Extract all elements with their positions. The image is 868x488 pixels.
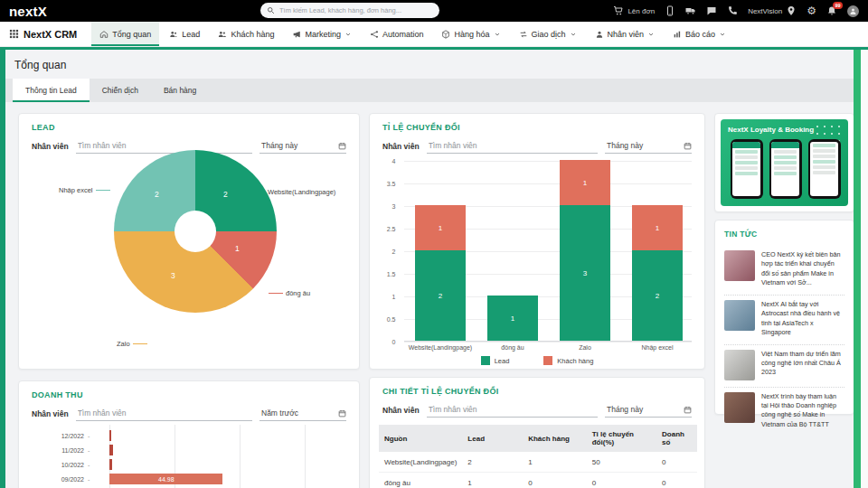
staff-filter-label: Nhân viên [382, 406, 420, 418]
news-thumbnail [724, 250, 755, 281]
nav-item-marketing[interactable]: Marketing [284, 22, 360, 46]
delivery-button[interactable] [685, 5, 696, 16]
col-header[interactable]: Khách hàng [523, 425, 587, 452]
person-icon [849, 7, 857, 15]
nav-item-lead[interactable]: Lead [161, 22, 208, 46]
create-order-button[interactable]: Lên đơn [613, 5, 655, 16]
promo-banner-title: NextX Loyalty & Booking [728, 126, 814, 134]
conversion-detail-card: CHI TIẾT TỈ LỆ CHUYỂN ĐỔI Nhân viên Thán… [369, 377, 705, 488]
news-item-title: NextX AI bắt tay với Astrocast nhà điều … [761, 300, 844, 338]
col-header[interactable]: Doanh số [656, 425, 697, 452]
lead-donut-chart: 2 1 3 2 Nhập excel Website(Landingpage) … [19, 157, 359, 365]
megaphone-icon [292, 30, 301, 39]
bar-website[interactable]: 1 2 [415, 205, 466, 341]
conversion-card: TỈ LỆ CHUYỂN ĐỔI Nhân viên Tháng này 4 3… [369, 113, 705, 370]
phone-mockup [769, 139, 802, 199]
nav-item-tong-quan[interactable]: Tổng quan [91, 22, 159, 46]
nav-item-hang-hoa[interactable]: Hàng hóa [433, 22, 508, 46]
right-scroll-bar[interactable] [854, 50, 861, 488]
chat-button[interactable] [706, 5, 717, 16]
table-row[interactable]: Website(Landingpage)21500 [379, 452, 697, 473]
nav-label: Marketing [305, 30, 341, 39]
slice-value-dong-au: 1 [235, 244, 240, 253]
news-item-title: CEO NextX ký kết biên bản hợp tác triển … [761, 250, 844, 288]
mobile-icon [665, 5, 675, 16]
leader-line [250, 192, 265, 193]
tab-chien-dich[interactable]: Chiến dịch [90, 79, 151, 102]
mobile-app-button[interactable] [665, 5, 675, 16]
promo-banner[interactable]: NextX Loyalty & Booking [721, 119, 848, 206]
search-input[interactable] [279, 6, 433, 14]
bar-dong-au[interactable]: 1 [487, 296, 538, 341]
col-header[interactable]: Tỉ lệ chuyển đổi(%) [587, 425, 656, 452]
period-value: Năm trước [261, 408, 298, 418]
notifications-button[interactable]: 99 [826, 5, 837, 16]
lead-card: LEAD Nhân viên Tháng này 2 1 3 2 Nhập ex… [18, 113, 360, 370]
revenue-card: DOANH THU Nhân viên Năm trước 12/2022- 1… [18, 380, 360, 488]
legend-lead[interactable]: Lead [481, 356, 510, 365]
crm-app-switcher[interactable]: NextX CRM [9, 22, 77, 46]
nav-item-nhan-vien[interactable]: Nhân viên [587, 22, 664, 46]
staff-filter-input[interactable] [427, 405, 598, 418]
global-search[interactable] [260, 3, 439, 18]
nextvision-button[interactable]: NextVision [748, 5, 797, 16]
brand-logo[interactable]: nextX [9, 4, 47, 19]
chat-icon [706, 5, 717, 16]
bar-zalo[interactable]: 1 3 [560, 160, 610, 341]
users-icon [169, 30, 178, 39]
nav-item-automation[interactable]: Automation [362, 22, 432, 46]
box-icon [441, 30, 450, 39]
nav-item-bao-cao[interactable]: Báo cáo [665, 22, 734, 46]
tab-ban-hang[interactable]: Bán hàng [151, 79, 209, 102]
col-header[interactable]: Lead [462, 425, 523, 452]
nav-item-giao-dich[interactable]: Giao dịch [511, 22, 585, 46]
revenue-row[interactable]: 10/2022- [32, 457, 350, 472]
staff-filter-input[interactable] [427, 141, 598, 154]
revenue-row[interactable]: 11/2022- [32, 443, 350, 457]
news-item-title: NextX trình bày tham luận tại Hội thảo D… [761, 392, 844, 430]
chevron-down-icon [647, 31, 655, 38]
period-select[interactable]: Tháng này [605, 405, 692, 418]
calendar-icon [338, 142, 346, 150]
settings-button[interactable]: ⚙ [807, 5, 816, 16]
staff-filter-input[interactable] [76, 141, 252, 154]
stacked-bar-chart: 4 3.5 3 2.5 2 1.5 1 0.5 0 1 2 1 1 3 1 2 [404, 161, 692, 342]
staff-filter-label: Nhân viên [382, 142, 420, 154]
news-item[interactable]: CEO NextX ký kết biên bản hợp tác triển … [724, 246, 844, 296]
gear-icon: ⚙ [807, 5, 816, 16]
legend-swatch [543, 356, 552, 365]
donut-pie[interactable] [114, 150, 277, 313]
period-select[interactable]: Tháng này [259, 141, 346, 154]
notification-badge: 99 [833, 2, 843, 9]
chevron-down-icon [570, 31, 577, 38]
legend-khach-hang[interactable]: Khách hàng [543, 356, 593, 365]
x-category: Zalo [549, 344, 621, 351]
nav-label: Lead [182, 30, 200, 39]
nav-label: Hàng hóa [454, 30, 489, 39]
period-select[interactable]: Tháng này [605, 141, 692, 154]
news-item[interactable]: Việt Nam tham dự triển lãm công nghệ lớn… [724, 345, 844, 388]
col-header[interactable]: Nguồn [379, 425, 462, 452]
news-item[interactable]: NextX trình bày tham luận tại Hội thảo D… [724, 388, 844, 436]
phone-mockup [808, 139, 841, 199]
nav-item-khach-hang[interactable]: Khách hàng [210, 22, 282, 46]
period-select[interactable]: Năm trước [259, 408, 346, 421]
nextvision-label: NextVision [748, 7, 782, 15]
staff-filter-input[interactable] [76, 408, 252, 421]
revenue-row[interactable]: 09/2022-44.98 [32, 472, 350, 486]
pie-label-website: Website(Landingpage) [250, 188, 335, 196]
bar-nhap-excel[interactable]: 1 2 [632, 205, 683, 341]
news-thumbnail [724, 392, 755, 423]
table-row[interactable]: đông âu1000 [379, 473, 697, 488]
revenue-row[interactable]: 12/2022- [32, 428, 350, 443]
tab-thong-tin-lead[interactable]: Thông tin Lead [13, 79, 90, 102]
nav-label: Khách hàng [231, 30, 274, 39]
call-button[interactable] [727, 5, 738, 16]
user-avatar[interactable] [847, 5, 859, 17]
dashboard-tabs: Thông tin Lead Chiến dịch Bán hàng [5, 79, 854, 102]
calendar-icon [338, 409, 346, 418]
automation-icon [370, 30, 379, 39]
news-item[interactable]: NextX AI bắt tay với Astrocast nhà điều … [724, 296, 844, 345]
period-value: Tháng này [607, 141, 643, 150]
search-icon [267, 6, 275, 14]
